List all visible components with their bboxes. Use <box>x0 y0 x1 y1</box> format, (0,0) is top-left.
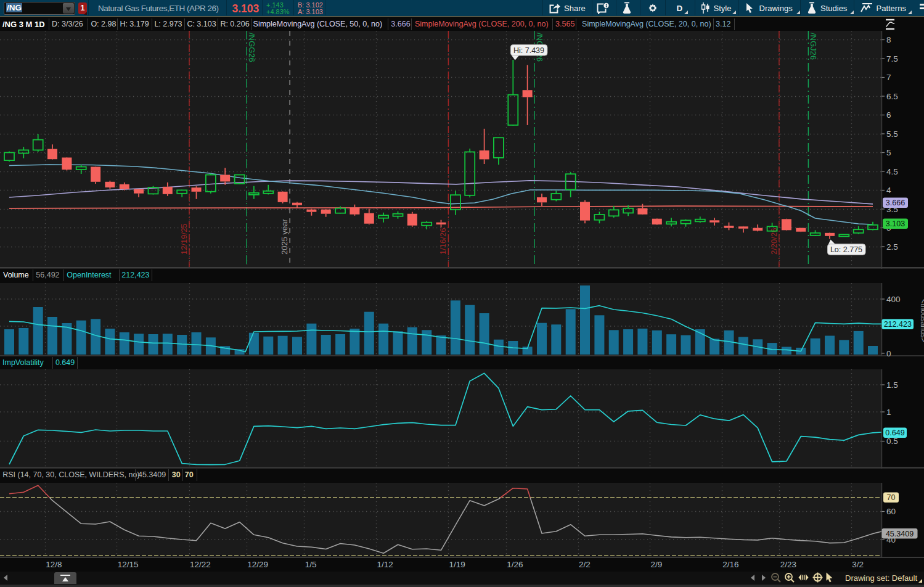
svg-text:12/22: 12/22 <box>190 560 211 569</box>
svg-text:5.5: 5.5 <box>886 129 898 139</box>
svg-text:12/8: 12/8 <box>46 560 62 569</box>
svg-text:2025 year: 2025 year <box>280 219 289 255</box>
svg-text:Lo: 2.775: Lo: 2.775 <box>830 245 862 254</box>
svg-text:1/5: 1/5 <box>305 560 317 569</box>
svg-text:5: 5 <box>886 148 891 157</box>
svg-text:12/15: 12/15 <box>118 560 139 569</box>
svg-text:12/19/25: 12/19/25 <box>179 223 189 255</box>
svg-text:60: 60 <box>886 507 896 516</box>
svg-text:2/23: 2/23 <box>780 560 796 569</box>
svg-text:2.5: 2.5 <box>886 242 898 252</box>
svg-text:400: 400 <box>886 295 901 304</box>
svg-text:0.5: 0.5 <box>886 437 898 446</box>
svg-text:<thousands>: <thousands> <box>919 299 924 342</box>
svg-text:1/26: 1/26 <box>507 560 523 569</box>
svg-text:6: 6 <box>886 110 891 120</box>
svg-text:1/19: 1/19 <box>449 560 465 569</box>
svg-text:12/29: 12/29 <box>247 560 268 569</box>
svg-text:1/12: 1/12 <box>377 560 393 569</box>
svg-text:1.5: 1.5 <box>886 380 898 390</box>
svg-text:45.3409: 45.3409 <box>886 530 914 538</box>
svg-text:1: 1 <box>886 408 891 417</box>
svg-text:8: 8 <box>886 35 891 44</box>
svg-text:4: 4 <box>886 186 891 195</box>
svg-text:2/2: 2/2 <box>579 560 591 569</box>
svg-text:70: 70 <box>887 493 896 502</box>
svg-text:2/20/26: 2/20/26 <box>769 228 779 255</box>
svg-text:6.5: 6.5 <box>886 92 898 101</box>
svg-text:3/2: 3/2 <box>852 560 864 569</box>
svg-text:7.5: 7.5 <box>886 54 898 64</box>
svg-text:2/16: 2/16 <box>722 560 738 569</box>
svg-text:/NGG26: /NGG26 <box>247 33 256 62</box>
svg-text:2/9: 2/9 <box>651 560 663 569</box>
svg-text:4.5: 4.5 <box>886 167 898 176</box>
svg-text:7: 7 <box>886 73 891 82</box>
svg-text:1/16/26: 1/16/26 <box>438 228 448 255</box>
svg-text:212.423: 212.423 <box>884 320 912 329</box>
svg-text:3.666: 3.666 <box>886 199 905 207</box>
svg-text:0.649: 0.649 <box>885 429 904 437</box>
svg-text:/NGJ26: /NGJ26 <box>809 33 818 60</box>
svg-text:3.103: 3.103 <box>886 220 905 228</box>
svg-text:Hi: 7.439: Hi: 7.439 <box>513 46 544 55</box>
